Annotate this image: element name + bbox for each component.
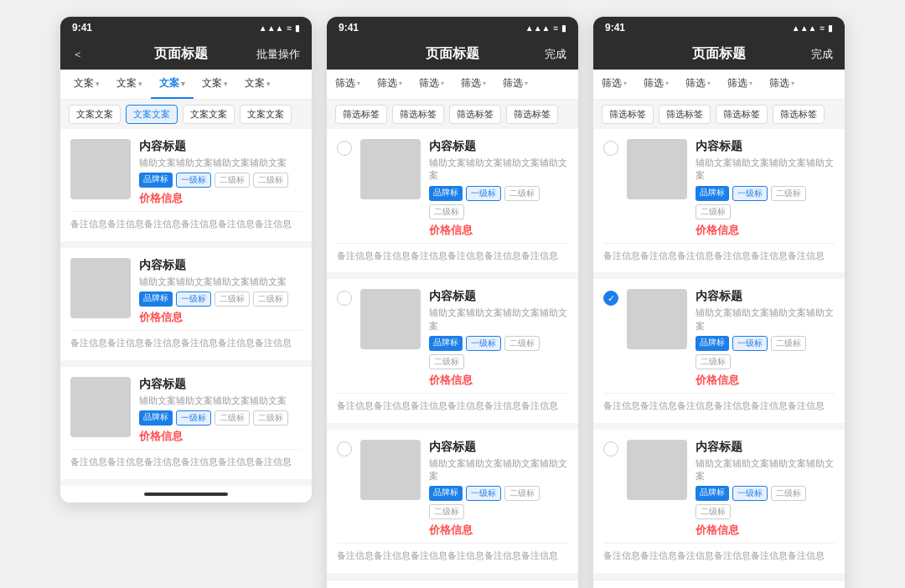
nav-right-action[interactable]: 批量操作 bbox=[256, 47, 300, 62]
filter-btn-1[interactable]: 筛选 ▾ bbox=[635, 70, 677, 99]
filter-tags: 筛选标签 筛选标签 筛选标签 筛选标签 bbox=[327, 100, 578, 129]
item-price: 价格信息 bbox=[696, 223, 835, 238]
item-checkbox[interactable] bbox=[603, 441, 618, 456]
filter-tag-0[interactable]: 文案文案 bbox=[69, 105, 121, 124]
item-main-row: 内容标题 辅助文案辅助文案辅助文案辅助文案 品牌标 一级标 二级标 二级标 价格… bbox=[337, 289, 568, 388]
chevron-down-icon: ▾ bbox=[224, 80, 228, 88]
filter-tag-1[interactable]: 文案文案 bbox=[126, 105, 178, 124]
item-tags: 品牌标 一级标 二级标 二级标 bbox=[696, 486, 835, 519]
list-item: 内容标题 辅助文案辅助文案辅助文案辅助文案 品牌标 一级标 二级标 二级标 价格… bbox=[327, 430, 578, 573]
filter-label: 筛选 bbox=[503, 76, 523, 90]
filter-label: 筛选 bbox=[377, 76, 397, 90]
content-list: 内容标题 辅助文案辅助文案辅助文案辅助文案 品牌标 一级标 二级标 二级标 价格… bbox=[327, 129, 578, 580]
filter-label: 筛选 bbox=[727, 76, 747, 90]
tag-secondary-1: 二级标 bbox=[504, 186, 540, 201]
item-info: 内容标题 辅助文案辅助文案辅助文案辅助文案 品牌标 一级标 二级标 二级标 价格… bbox=[139, 139, 302, 206]
filter-tag-2[interactable]: 筛选标签 bbox=[449, 105, 501, 124]
filter-tag-2[interactable]: 文案文案 bbox=[183, 105, 235, 124]
item-price: 价格信息 bbox=[139, 310, 302, 325]
battery-icon: ▮ bbox=[828, 23, 833, 33]
item-image bbox=[627, 139, 687, 199]
item-image bbox=[627, 440, 687, 500]
filter-tag-2[interactable]: 筛选标签 bbox=[716, 105, 768, 124]
tag-secondary-1: 二级标 bbox=[771, 186, 806, 201]
chevron-down-icon: ▾ bbox=[525, 80, 528, 87]
chevron-down-icon: ▾ bbox=[791, 80, 794, 87]
item-tags: 品牌标 一级标 二级标 二级标 bbox=[429, 486, 568, 519]
tag-primary: 一级标 bbox=[176, 410, 211, 426]
filter-label: 筛选 bbox=[419, 76, 439, 90]
filter-btn-0[interactable]: 筛选 ▾ bbox=[327, 70, 369, 99]
filter-tag-0[interactable]: 筛选标签 bbox=[335, 105, 387, 124]
filter-tag-label: 筛选标签 bbox=[723, 109, 760, 119]
tab-label: 文案 bbox=[116, 76, 137, 90]
item-checkbox[interactable] bbox=[337, 141, 352, 156]
filter-tag-1[interactable]: 筛选标签 bbox=[392, 105, 444, 124]
tag-primary: 一级标 bbox=[466, 336, 501, 351]
list-item: ✓ 内容标题 辅助文案辅助文案辅助文案辅助文案 品牌标 一级标 二级标 二级标 … bbox=[593, 279, 845, 422]
list-item: 内容标题 辅助文案辅助文案辅助文案辅助文案 品牌标 一级标 二级标 二级标 价格… bbox=[60, 129, 312, 241]
chevron-down-icon: ▾ bbox=[357, 80, 360, 87]
item-title: 内容标题 bbox=[429, 440, 568, 455]
filter-btn-0[interactable]: 筛选 ▾ bbox=[593, 70, 635, 99]
filter-tag-1[interactable]: 筛选标签 bbox=[659, 105, 711, 124]
tab-item-3[interactable]: 文案 ▾ bbox=[194, 70, 236, 99]
filter-tag-3[interactable]: 筛选标签 bbox=[506, 105, 558, 124]
tab-item-2[interactable]: 文案 ▾ bbox=[151, 70, 194, 99]
item-checkbox[interactable] bbox=[337, 441, 352, 456]
filter-btn-3[interactable]: 筛选 ▾ bbox=[719, 70, 761, 99]
filter-label: 筛选 bbox=[461, 76, 481, 90]
list-item: 内容标题 辅助文案辅助文案辅助文案辅助文案 品牌标 一级标 二级标 二级标 价格… bbox=[60, 248, 312, 360]
filter-tag-label: 筛选标签 bbox=[609, 109, 646, 119]
filter-btn-4[interactable]: 筛选 ▾ bbox=[761, 70, 803, 99]
item-checkbox[interactable] bbox=[337, 291, 352, 306]
tag-primary: 一级标 bbox=[176, 173, 211, 188]
tab-item-0[interactable]: 文案 ▾ bbox=[65, 70, 108, 99]
nav-left-action[interactable]: ＜ bbox=[72, 47, 106, 62]
item-subtitle: 辅助文案辅助文案辅助文案辅助文案 bbox=[139, 276, 302, 288]
tag-secondary-1: 二级标 bbox=[771, 336, 806, 351]
tag-brand: 品牌标 bbox=[139, 410, 173, 426]
filter-tag-label: 筛选标签 bbox=[514, 109, 551, 119]
item-note: 备注信息备注信息备注信息备注信息备注信息备注信息 bbox=[337, 393, 568, 413]
item-subtitle: 辅助文案辅助文案辅助文案辅助文案 bbox=[139, 157, 302, 169]
filter-btn-2[interactable]: 筛选 ▾ bbox=[411, 70, 452, 99]
tag-secondary-1: 二级标 bbox=[215, 291, 250, 307]
filter-tag-0[interactable]: 筛选标签 bbox=[602, 105, 654, 124]
item-subtitle: 辅助文案辅助文案辅助文案辅助文案 bbox=[139, 395, 302, 407]
tag-secondary-2: 二级标 bbox=[429, 504, 464, 519]
item-main-row: 内容标题 辅助文案辅助文案辅助文案辅助文案 品牌标 一级标 二级标 二级标 价格… bbox=[603, 440, 835, 539]
signal-icon: ▲▲▲ bbox=[792, 23, 817, 33]
item-checkbox[interactable]: ✓ bbox=[603, 291, 618, 306]
tab-label: 文案 bbox=[202, 76, 222, 90]
filter-tag-label: 筛选标签 bbox=[400, 109, 437, 119]
tag-secondary-2: 二级标 bbox=[696, 354, 731, 369]
filter-label: 筛选 bbox=[685, 76, 706, 90]
item-main-row: 内容标题 辅助文案辅助文案辅助文案辅助文案 品牌标 一级标 二级标 二级标 价格… bbox=[70, 377, 302, 444]
filter-tag-3[interactable]: 筛选标签 bbox=[773, 105, 825, 124]
item-price: 价格信息 bbox=[139, 429, 302, 444]
tag-primary: 一级标 bbox=[732, 186, 768, 201]
chevron-down-icon: ▾ bbox=[266, 80, 271, 88]
item-note: 备注信息备注信息备注信息备注信息备注信息备注信息 bbox=[603, 243, 835, 263]
chevron-down-icon: ▾ bbox=[181, 80, 185, 88]
nav-title: 页面标题 bbox=[106, 45, 256, 63]
filter-btn-3[interactable]: 筛选 ▾ bbox=[452, 70, 494, 99]
nav-right-action[interactable]: 完成 bbox=[799, 47, 833, 62]
filter-tags: 筛选标签 筛选标签 筛选标签 筛选标签 bbox=[593, 100, 845, 129]
filter-label: 筛选 bbox=[769, 76, 789, 90]
tag-brand: 品牌标 bbox=[429, 186, 463, 201]
tab-item-4[interactable]: 文案 ▾ bbox=[236, 70, 279, 99]
item-title: 内容标题 bbox=[696, 289, 835, 304]
item-checkbox[interactable] bbox=[603, 141, 618, 156]
status-time: 9:41 bbox=[339, 22, 359, 34]
filter-btn-1[interactable]: 筛选 ▾ bbox=[369, 70, 411, 99]
tab-scroll: 文案 ▾ 文案 ▾ 文案 ▾ 文案 ▾ 文案 ▾ bbox=[60, 70, 312, 100]
nav-right-action[interactable]: 完成 bbox=[533, 47, 566, 62]
filter-btn-2[interactable]: 筛选 ▾ bbox=[677, 70, 719, 99]
item-note: 备注信息备注信息备注信息备注信息备注信息备注信息 bbox=[337, 543, 568, 563]
item-info: 内容标题 辅助文案辅助文案辅助文案辅助文案 品牌标 一级标 二级标 二级标 价格… bbox=[696, 440, 835, 539]
filter-btn-4[interactable]: 筛选 ▾ bbox=[494, 70, 536, 99]
filter-tag-3[interactable]: 文案文案 bbox=[240, 105, 292, 124]
tab-item-1[interactable]: 文案 ▾ bbox=[108, 70, 151, 99]
